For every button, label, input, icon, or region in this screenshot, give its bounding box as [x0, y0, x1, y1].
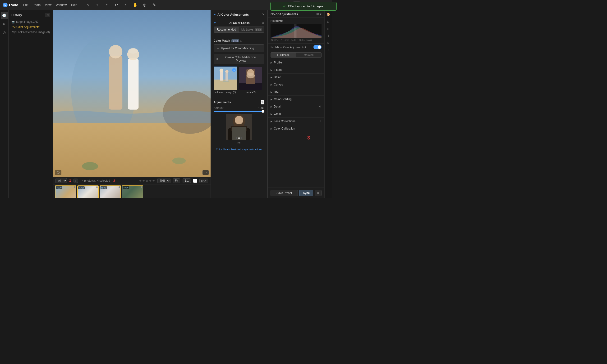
sync-button[interactable]: Sync: [299, 190, 313, 196]
zoom-select[interactable]: 40%: [157, 178, 170, 183]
history-item-ai[interactable]: "AI Color Adjustments": [10, 24, 51, 30]
amount-slider[interactable]: [214, 111, 264, 112]
edit-adjustments-button[interactable]: ✎: [261, 100, 264, 104]
thumb-4[interactable]: RAW: [122, 185, 143, 198]
rp-layers-icon[interactable]: ⧉: [325, 40, 331, 46]
preview-background: ⓘ ⧉: [53, 10, 210, 177]
app-name: Evoto: [9, 3, 18, 7]
realtime-info-icon[interactable]: ℹ: [305, 46, 306, 49]
undo-dropdown-button[interactable]: ▾: [122, 1, 129, 9]
section-color-grading[interactable]: ▶ Color Grading: [268, 96, 324, 103]
rp-info-icon[interactable]: ℹ: [325, 33, 331, 39]
one-to-one-button[interactable]: 1:1: [183, 178, 191, 183]
step-three: 3: [307, 135, 310, 141]
color-match-info-icon[interactable]: ℹ: [240, 39, 241, 42]
ref-thumb-container: ref: [214, 114, 264, 144]
rp-chevron-button[interactable]: ▾: [320, 12, 321, 16]
realtime-toggle[interactable]: [314, 45, 321, 49]
svg-point-16: [225, 70, 228, 73]
section-filters[interactable]: ▶ Filters: [268, 66, 324, 74]
menu-window[interactable]: Window: [56, 3, 67, 7]
tab-recommended[interactable]: Recommended: [214, 27, 239, 32]
history-item-target[interactable]: 📷 target image.CR2: [10, 19, 51, 24]
match-thumb-reference[interactable]: ●: [214, 66, 237, 90]
section-grain[interactable]: ▶ Grain: [268, 110, 324, 118]
home-button[interactable]: ⌂: [84, 1, 92, 9]
thumb-3[interactable]: RAW: [100, 185, 121, 198]
menu-help[interactable]: Help: [71, 3, 77, 7]
collapse-arrow[interactable]: ▼: [214, 22, 216, 24]
menu-edit[interactable]: Edit: [23, 3, 28, 7]
add-button[interactable]: ＋: [93, 1, 101, 9]
background-toggle[interactable]: [193, 179, 197, 182]
menu-view[interactable]: View: [45, 3, 52, 7]
section-basic[interactable]: ▶ Basic: [268, 74, 324, 81]
star-2[interactable]: ★: [142, 179, 145, 182]
rp-grid2-icon[interactable]: ⊞: [325, 26, 331, 32]
sort-button[interactable]: ↕: [73, 179, 78, 183]
section-lens-corrections[interactable]: ▶ Lens Corrections ℹ: [268, 118, 324, 125]
undo-button[interactable]: ↩: [112, 1, 120, 9]
model-thumb-svg: [239, 66, 262, 90]
histogram-svg: [271, 24, 321, 38]
sidebar-icon-rail: 🕐 ⚙ ◷: [0, 10, 9, 198]
rp-palette-icon[interactable]: 🎨: [325, 11, 331, 17]
star-5[interactable]: ★: [152, 179, 155, 182]
section-color-calibration[interactable]: ▶ Color Calibration: [268, 125, 324, 132]
toolbar: ⌂ ＋ ▾ ↩ ▾ ✋ ◎ ✎: [84, 1, 158, 9]
ai-panel: ✦ AI Color Adjustments × ▼ AI Color Look…: [210, 10, 267, 198]
create-color-match-button[interactable]: ⊕ Create Color Match from Preview: [214, 54, 264, 64]
view-full-image-button[interactable]: Full Image: [271, 52, 296, 57]
gear-settings-button[interactable]: ⚙: [315, 190, 321, 196]
upload-button[interactable]: ＋ Upload for Color Matching: [214, 44, 264, 52]
view-options-button[interactable]: BA ▾: [199, 179, 208, 183]
svg-point-10: [172, 157, 186, 164]
slider-thumb[interactable]: [262, 110, 264, 113]
tab-my-looks[interactable]: My Looks Beta: [239, 27, 264, 32]
detail-reset-icon[interactable]: ↺: [319, 105, 321, 108]
sidebar-history-icon[interactable]: 🕐: [1, 12, 8, 19]
match-thumb-model[interactable]: [239, 66, 262, 90]
add-dropdown-button[interactable]: ▾: [103, 1, 110, 9]
save-preset-button[interactable]: Save Preset: [271, 190, 298, 196]
svg-rect-17: [223, 81, 229, 82]
menu-photo[interactable]: Photo: [32, 3, 41, 7]
fit-button[interactable]: Fit: [173, 178, 180, 183]
brush-tool-button[interactable]: ✎: [150, 1, 158, 9]
section-hsl[interactable]: ▶ HSL: [268, 88, 324, 96]
thumb-1[interactable]: RAW: [55, 185, 76, 198]
step-two: 2: [113, 179, 115, 182]
ai-panel-close-button[interactable]: ×: [262, 12, 264, 17]
refresh-button[interactable]: ↺: [262, 21, 264, 25]
ref-thumbnail[interactable]: [226, 114, 252, 140]
top-bar: E Evoto Edit Photo View Window Help ⌂ ＋ …: [0, 0, 332, 10]
filter-select[interactable]: All: [55, 178, 67, 183]
section-detail[interactable]: ▶ Detail ↺: [268, 103, 324, 110]
section-profile[interactable]: ▶ Profile: [268, 59, 324, 66]
amount-row: Amount 100 ›: [214, 106, 264, 110]
rp-export-icon[interactable]: ↑: [325, 47, 331, 53]
star-3[interactable]: ★: [146, 179, 148, 182]
preview-controls: ⧉: [203, 170, 209, 175]
section-curves[interactable]: ▶ Curves: [268, 81, 324, 88]
star-1[interactable]: ★: [139, 179, 142, 182]
rp-grid-button[interactable]: ⊞: [316, 12, 319, 16]
history-clear-button[interactable]: ⊠: [45, 13, 50, 17]
dot-1: [236, 137, 237, 139]
view-masking-button[interactable]: Masking: [296, 52, 321, 57]
svg-point-9: [82, 162, 98, 170]
color-match-section: Color Match Beta ℹ ＋ Upload for Color Ma…: [211, 37, 267, 98]
split-view-button[interactable]: ⧉: [203, 170, 209, 175]
eyedropper-button[interactable]: ◎: [141, 1, 148, 9]
color-match-instructions-link[interactable]: Color Match Feature Usage Instructions: [211, 146, 267, 153]
history-item-mylooks[interactable]: My Looks-reference image (3): [10, 30, 51, 35]
lens-info-icon[interactable]: ℹ: [320, 120, 321, 123]
ai-color-looks-title: AI Color Looks: [229, 21, 249, 25]
rp-crop-icon[interactable]: ⊡: [325, 18, 331, 25]
sidebar-clock-icon[interactable]: ◷: [1, 29, 8, 36]
app-logo: E Evoto: [3, 3, 18, 7]
hand-tool-button[interactable]: ✋: [131, 1, 139, 9]
sidebar-adjustments-icon[interactable]: ⚙: [1, 20, 8, 27]
star-4[interactable]: ★: [149, 179, 152, 182]
thumb-2[interactable]: RAW: [77, 185, 99, 198]
